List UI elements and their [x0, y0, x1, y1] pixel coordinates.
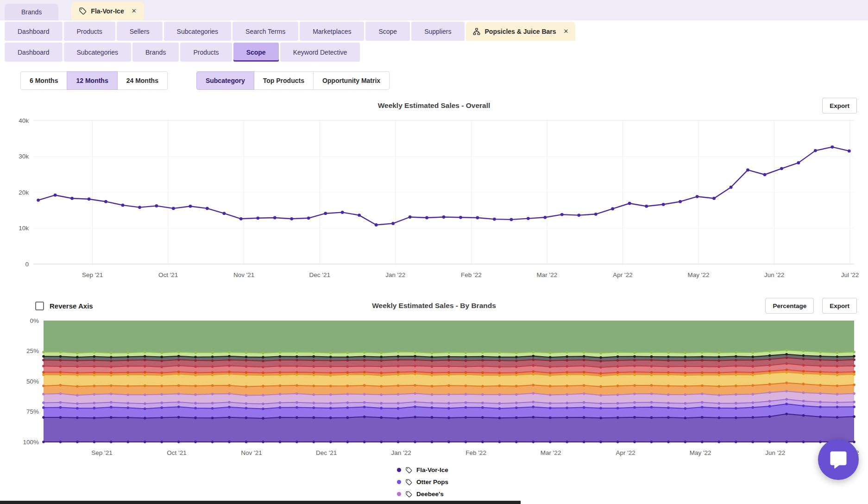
percentage-button[interactable]: Percentage: [765, 298, 814, 314]
brands-export-button[interactable]: Export: [822, 298, 857, 314]
svg-text:Oct '21: Oct '21: [167, 449, 186, 456]
workspace-tab-brands[interactable]: Brands: [5, 4, 58, 20]
svg-text:100%: 100%: [23, 439, 39, 446]
subtab-subcategories[interactable]: Subcategories: [64, 43, 132, 62]
svg-text:Feb '22: Feb '22: [461, 271, 482, 278]
legend-color-dot: [397, 492, 401, 496]
chat-launcher-button[interactable]: [818, 439, 859, 480]
svg-text:May '22: May '22: [690, 449, 711, 456]
tag-icon: [79, 7, 87, 15]
svg-text:0: 0: [25, 261, 29, 268]
overall-export-button[interactable]: Export: [822, 98, 857, 113]
tab-sellers[interactable]: Sellers: [117, 22, 163, 41]
legend-color-dot: [397, 480, 401, 484]
svg-text:30k: 30k: [19, 153, 29, 160]
svg-text:Feb '22: Feb '22: [465, 449, 486, 456]
svg-text:50%: 50%: [26, 378, 39, 385]
svg-text:Sep '21: Sep '21: [82, 271, 103, 278]
overall-chart-title: Weekly Estimated Sales - Overall: [0, 96, 868, 115]
legend-label: Otter Pops: [416, 479, 448, 485]
svg-text:Nov '21: Nov '21: [241, 449, 262, 456]
period-12-months-button[interactable]: 12 Months: [67, 71, 117, 90]
svg-text:40k: 40k: [19, 117, 29, 124]
svg-text:Jan '22: Jan '22: [391, 449, 411, 456]
workspace-tab-label: Fla-Vor-Ice: [91, 7, 124, 15]
subtab-products[interactable]: Products: [180, 43, 232, 62]
brands-chart-header: Reverse Axis Weekly Estimated Sales - By…: [0, 296, 868, 315]
svg-text:Mar '22: Mar '22: [537, 271, 558, 278]
tab-subcategories[interactable]: Subcategories: [164, 22, 232, 41]
legend-label: Deebee's: [416, 491, 444, 498]
svg-text:Jan '22: Jan '22: [385, 271, 405, 278]
svg-text:20k: 20k: [19, 189, 29, 196]
subtab-scope[interactable]: Scope: [233, 43, 279, 62]
svg-text:Dec '21: Dec '21: [309, 271, 330, 278]
svg-text:Apr '22: Apr '22: [613, 271, 632, 278]
svg-text:Mar '22: Mar '22: [541, 449, 561, 456]
svg-text:75%: 75%: [26, 408, 39, 415]
brands-chart-buttons: Percentage Export: [765, 298, 857, 314]
tab-products[interactable]: Products: [64, 22, 115, 41]
close-icon[interactable]: ✕: [132, 7, 137, 14]
svg-text:25%: 25%: [26, 347, 39, 354]
brands-chart-title: Weekly Estimated Sales - By Brands: [0, 296, 868, 315]
svg-text:Sep '21: Sep '21: [91, 449, 112, 456]
legend-label: Fla-Vor-Ice: [416, 466, 448, 473]
tag-icon: [405, 466, 412, 473]
entity-tab-label: Popsicles & Juice Bars: [485, 28, 556, 35]
bottom-window-edge: [0, 501, 521, 504]
legend-item-deebees[interactable]: Deebee's: [397, 488, 471, 500]
legend-item-fla-vor-ice[interactable]: Fla-Vor-Ice: [397, 464, 471, 476]
subtab-dashboard[interactable]: Dashboard: [5, 43, 63, 62]
subtab-keyword-detective[interactable]: Keyword Detective: [280, 43, 360, 62]
tag-icon: [405, 491, 412, 498]
subtab-brands[interactable]: Brands: [132, 43, 179, 62]
period-6-months-button[interactable]: 6 Months: [20, 71, 67, 90]
workspace-tab-fla-vor-ice[interactable]: Fla-Vor-Ice ✕: [71, 1, 144, 20]
view-opportunity-matrix-button[interactable]: Opportunity Matrix: [313, 71, 390, 90]
svg-text:May '22: May '22: [688, 271, 710, 278]
overall-chart-header: Weekly Estimated Sales - Overall Export: [0, 96, 868, 115]
legend-item-otter-pops[interactable]: Otter Pops: [397, 476, 471, 488]
subcategory-nav-bar: Dashboard Subcategories Brands Products …: [5, 43, 360, 62]
tab-marketplaces[interactable]: Marketplaces: [300, 22, 364, 41]
svg-text:Apr '22: Apr '22: [616, 449, 635, 456]
view-top-products-button[interactable]: Top Products: [254, 71, 314, 90]
chart-controls: 6 Months 12 Months 24 Months Subcategory…: [20, 71, 390, 90]
svg-text:Jul '22: Jul '22: [841, 271, 859, 278]
svg-text:Dec '21: Dec '21: [316, 449, 337, 456]
tab-search-terms[interactable]: Search Terms: [233, 22, 298, 41]
svg-text:Nov '21: Nov '21: [233, 271, 254, 278]
chat-bubble-icon: [829, 450, 848, 469]
overall-chart-plot: Sep '21Oct '21Nov '21Dec '21Jan '22Feb '…: [6, 115, 862, 287]
brands-chart-plot: 0%25%50%75%100%Sep '21Oct '21Nov '21Dec …: [6, 316, 862, 460]
brand-nav-bar: Dashboard Products Sellers Subcategories…: [5, 22, 575, 41]
period-24-months-button[interactable]: 24 Months: [117, 71, 168, 90]
svg-text:Oct '21: Oct '21: [158, 271, 178, 278]
view-toggle: Subcategory Top Products Opportunity Mat…: [196, 71, 390, 90]
svg-text:Jun '22: Jun '22: [764, 271, 784, 278]
chart-legend: Fla-Vor-Ice Otter Pops Deebee's: [0, 464, 868, 500]
legend-color-dot: [397, 468, 401, 472]
workspace-tab-bar: Brands Fla-Vor-Ice ✕: [0, 0, 868, 20]
tab-popsicles-juice-bars[interactable]: Popsicles & Juice Bars ✕: [466, 22, 575, 41]
tab-scope[interactable]: Scope: [365, 22, 410, 41]
tab-dashboard[interactable]: Dashboard: [5, 22, 63, 41]
period-toggle: 6 Months 12 Months 24 Months: [20, 71, 168, 90]
tag-icon: [405, 479, 412, 485]
hierarchy-icon: [472, 27, 481, 36]
view-subcategory-button[interactable]: Subcategory: [196, 71, 254, 90]
svg-text:10k: 10k: [19, 225, 29, 232]
svg-text:Jun '22: Jun '22: [765, 449, 785, 456]
tab-suppliers[interactable]: Suppliers: [411, 22, 464, 41]
svg-text:0%: 0%: [30, 317, 39, 324]
close-icon[interactable]: ✕: [564, 28, 569, 35]
